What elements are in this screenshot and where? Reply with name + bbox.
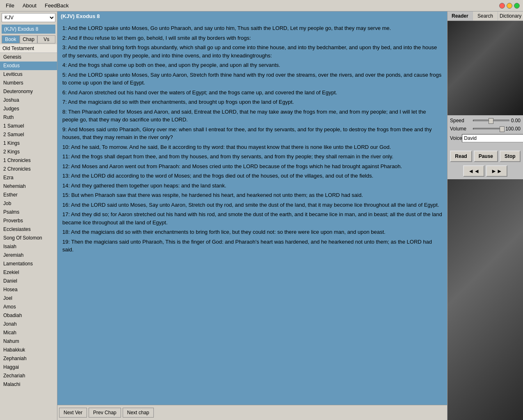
verse: 13: And the LORD did according to the wo… [62, 172, 442, 180]
bottom-image [448, 179, 523, 420]
book-item[interactable]: Malachi [0, 380, 57, 389]
bible-text[interactable]: 1: And the LORD spake unto Moses, Go unt… [57, 21, 447, 405]
tab-search[interactable]: Search [473, 11, 498, 21]
nav-tabs: Book Chap Vs [2, 35, 55, 43]
book-item[interactable]: Amos [0, 303, 57, 311]
book-item[interactable]: Haggai [0, 363, 57, 372]
content-area: (KJV) Exodus 8 1: And the LORD spake unt… [57, 11, 447, 420]
book-item[interactable]: Leviticus [0, 70, 57, 79]
verse: 7: And the magicians did so with their e… [62, 98, 442, 106]
book-item[interactable]: Deuteronomy [0, 87, 57, 96]
book-item[interactable]: Zephaniah [0, 354, 57, 363]
speed-value: 0.00 [511, 118, 521, 123]
menu-file[interactable]: File [2, 2, 18, 9]
book-item[interactable]: 1 Chronicles [0, 156, 57, 165]
book-item[interactable]: Job [0, 199, 57, 208]
tab-dictionary[interactable]: Dictionary [498, 11, 523, 21]
verse: 14: And they gathered them together upon… [62, 182, 442, 190]
menu-feedback[interactable]: FeedBack [41, 2, 73, 9]
tab-chap[interactable]: Chap [20, 35, 38, 43]
next-ver-button[interactable]: Next Ver [59, 408, 87, 418]
book-item[interactable]: Micah [0, 329, 57, 337]
book-item[interactable]: 1 Samuel [0, 122, 57, 130]
book-item[interactable]: Ezekiel [0, 268, 57, 277]
pause-button[interactable]: Pause [474, 151, 498, 162]
speed-control-row: Speed 0.00 [450, 118, 521, 123]
verse: 8: Then Pharaoh called for Moses and Aar… [62, 108, 442, 124]
book-item[interactable]: 1 Kings [0, 139, 57, 148]
verse: 6: And Aaron stretched out his hand over… [62, 89, 442, 97]
book-item[interactable]: Psalms [0, 208, 57, 217]
menu-about[interactable]: About [18, 2, 41, 9]
book-item[interactable]: Habakkuk [0, 346, 57, 354]
close-button[interactable] [499, 3, 505, 9]
rewind-button[interactable]: ◄◄ [463, 165, 484, 177]
book-item[interactable]: Genesis [0, 53, 57, 62]
forward-button[interactable]: ►► [486, 165, 507, 177]
voice-input[interactable] [462, 134, 523, 142]
verse: 19: Then the magicians said unto Pharaoh… [62, 238, 442, 254]
volume-control-row: Volume 100.00 [450, 126, 521, 132]
book-item[interactable]: Isaiah [0, 242, 57, 251]
verse: 5: And the LORD spake unto Moses, Say un… [62, 71, 442, 87]
voice-label: Voice [450, 135, 462, 141]
book-item[interactable]: Joshua [0, 96, 57, 105]
book-item[interactable]: Jonah [0, 320, 57, 329]
verse: 9: And Moses said unto Pharaoh, Glory ov… [62, 126, 442, 142]
prev-chap-button[interactable]: Prev Chap [89, 408, 121, 418]
next-chap-button[interactable]: Next chap [123, 408, 154, 418]
menubar: File About FeedBack [0, 0, 523, 11]
book-item[interactable]: 2 Samuel [0, 130, 57, 139]
volume-value: 100.00 [505, 126, 521, 132]
version-dropdown[interactable]: KJV [2, 13, 55, 22]
book-item[interactable]: Lamentations [0, 260, 57, 268]
speed-label: Speed [450, 118, 471, 123]
minimize-button[interactable] [507, 3, 512, 9]
sidebar: KJV (KJV) Exodus 8 Book Chap Vs Old Test… [0, 11, 57, 420]
verse: 10: And he said, To morrow. And he said,… [62, 143, 442, 151]
verse: 18: And the magicians did so with their … [62, 228, 442, 236]
verse: 11: And the frogs shall depart from thee… [62, 153, 442, 161]
book-item[interactable]: Ezra [0, 173, 57, 182]
controls-section: Speed 0.00 Volume 100.00 Voice [448, 115, 523, 148]
book-item[interactable]: Obadiah [0, 311, 57, 320]
book-item[interactable]: Judges [0, 105, 57, 113]
book-item[interactable]: Zechariah [0, 372, 57, 380]
volume-label: Volume [450, 126, 471, 132]
book-item[interactable]: Numbers [0, 79, 57, 87]
book-item[interactable]: Jeremiah [0, 251, 57, 260]
book-item[interactable]: Proverbs [0, 217, 57, 225]
book-item[interactable]: Hosea [0, 285, 57, 294]
bottom-nav: Next Ver Prev Chap Next chap [57, 405, 447, 420]
book-item[interactable]: Song Of Solomon [0, 234, 57, 242]
version-selector[interactable]: KJV [2, 13, 55, 22]
verse: 15: But when Pharaoh saw that there was … [62, 191, 442, 199]
book-item[interactable]: Nehemiah [0, 182, 57, 191]
book-item[interactable]: Ecclesiastes [0, 225, 57, 234]
volume-slider[interactable] [473, 128, 504, 130]
read-button[interactable]: Read [450, 151, 472, 162]
tab-book[interactable]: Book [2, 35, 20, 43]
tab-vs[interactable]: Vs [37, 35, 55, 43]
book-item[interactable]: Nahum [0, 337, 57, 346]
verse: 16: And the LORD said unto Moses, Say un… [62, 201, 442, 209]
right-tabs: Reader Search Dictionary [448, 11, 523, 21]
stop-button[interactable]: Stop [500, 151, 521, 162]
speed-slider[interactable] [473, 120, 509, 121]
book-list: GenesisExodusLeviticusNumbersDeuteronomy… [0, 53, 57, 420]
book-item[interactable]: 2 Chronicles [0, 165, 57, 173]
verse: 2: And if thou refuse to let them go, be… [62, 34, 442, 42]
playback-section: Read Pause Stop ◄◄ ►► [448, 148, 523, 179]
book-item[interactable]: Daniel [0, 277, 57, 285]
tab-reader[interactable]: Reader [448, 11, 473, 21]
maximize-button[interactable] [514, 3, 520, 9]
voice-row: Voice [450, 134, 521, 142]
window-controls [499, 3, 521, 9]
book-item[interactable]: Exodus [0, 62, 57, 70]
verse: 3: And the river shall bring forth frogs… [62, 43, 442, 59]
verse: 12: And Moses and Aaron went out from Ph… [62, 162, 442, 171]
book-item[interactable]: Esther [0, 191, 57, 199]
book-item[interactable]: 2 Kings [0, 148, 57, 156]
book-item[interactable]: Joel [0, 294, 57, 303]
book-item[interactable]: Ruth [0, 113, 57, 122]
